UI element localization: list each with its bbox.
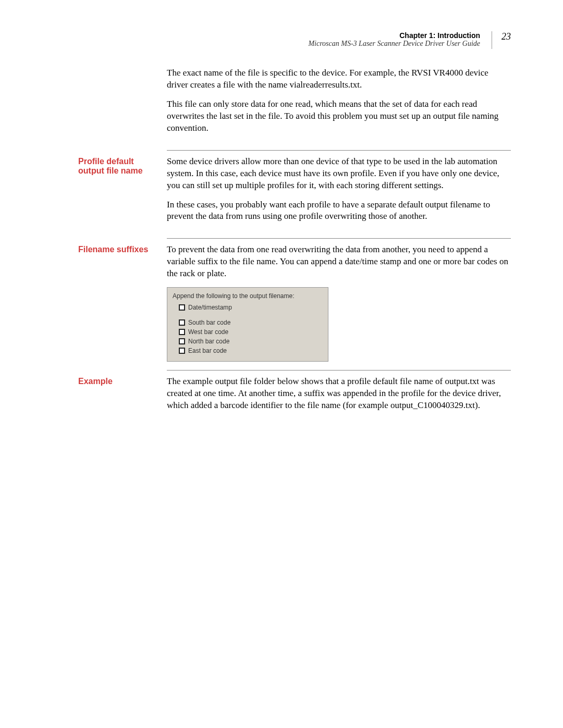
body-paragraph: In these cases, you probably want each p… xyxy=(167,199,511,223)
option-label: North bar code xyxy=(188,337,229,346)
option-label: Date/timestamp xyxy=(188,303,232,312)
option-date-timestamp[interactable]: Date/timestamp xyxy=(179,303,323,312)
checkbox-icon xyxy=(179,329,185,335)
option-south-barcode[interactable]: South bar code xyxy=(179,318,323,327)
option-label: South bar code xyxy=(188,318,230,327)
chapter-title: Chapter 1: Introduction xyxy=(308,31,480,40)
section-divider xyxy=(167,370,511,371)
option-west-barcode[interactable]: West bar code xyxy=(179,328,323,336)
checkbox-icon xyxy=(179,304,185,311)
intro-section: The exact name of the file is specific t… xyxy=(78,67,511,142)
body-paragraph: The example output file folder below sho… xyxy=(167,376,511,412)
filename-suffixes-label: Filename suffixes xyxy=(78,244,167,362)
page-number: 23 xyxy=(501,31,511,42)
document-title: Microscan MS-3 Laser Scanner Device Driv… xyxy=(308,40,480,48)
checkbox-icon xyxy=(179,348,185,354)
body-paragraph: This file can only store data for one re… xyxy=(167,98,511,134)
intro-label xyxy=(78,67,167,142)
body-paragraph: To prevent the data from one read overwr… xyxy=(167,244,511,280)
body-paragraph: The exact name of the file is specific t… xyxy=(167,67,511,91)
option-label: East bar code xyxy=(188,347,227,355)
option-north-barcode[interactable]: North bar code xyxy=(179,337,323,346)
filename-suffixes-section: Filename suffixes To prevent the data fr… xyxy=(78,244,511,362)
body-paragraph: Some device drivers allow more than one … xyxy=(167,156,511,192)
checkbox-icon xyxy=(179,338,185,344)
example-section: Example The example output file folder b… xyxy=(78,376,511,419)
options-box-title: Append the following to the output filen… xyxy=(173,292,323,300)
page-header: Chapter 1: Introduction Microscan MS-3 L… xyxy=(78,31,511,49)
section-divider xyxy=(167,238,511,239)
section-divider xyxy=(167,150,511,151)
suffix-options-box: Append the following to the output filen… xyxy=(167,287,328,362)
checkbox-icon xyxy=(179,319,185,326)
profile-default-label: Profile default output file name xyxy=(78,156,167,230)
profile-default-section: Profile default output file name Some de… xyxy=(78,156,511,230)
example-label: Example xyxy=(78,376,167,419)
option-label: West bar code xyxy=(188,328,228,336)
option-east-barcode[interactable]: East bar code xyxy=(179,347,323,355)
